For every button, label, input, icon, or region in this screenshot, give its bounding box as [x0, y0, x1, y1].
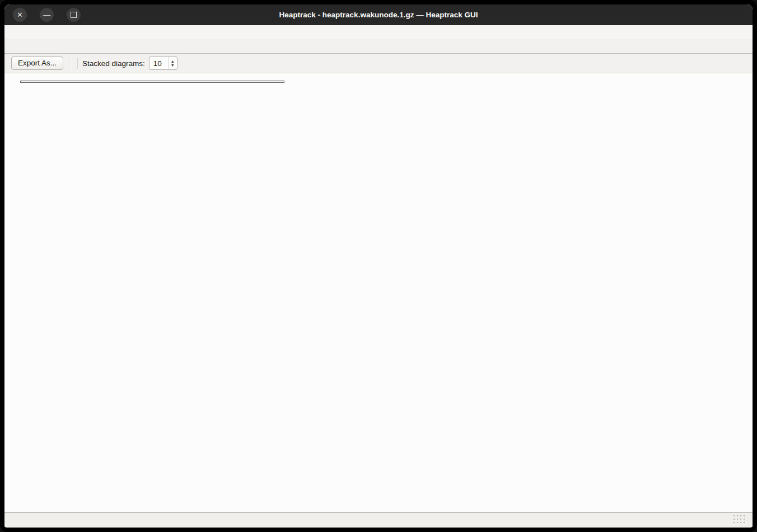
spinbox-value[interactable]: 10: [149, 57, 168, 69]
window-title: Heaptrack - heaptrack.wakunode.1.gz — He…: [4, 4, 753, 25]
title-bar: ✕ — Heaptrack - heaptrack.wakunode.1.gz …: [4, 4, 753, 25]
memory-consumption-chart[interactable]: [4, 73, 753, 514]
export-as-button[interactable]: Export As...: [11, 57, 63, 70]
spinbox-arrows[interactable]: ▲ ▼: [168, 57, 177, 69]
toolbar-separator: [77, 58, 78, 69]
toolbar: Export As... Stacked diagrams: 10 ▲ ▼: [4, 54, 753, 73]
spin-down-icon[interactable]: ▼: [171, 63, 175, 67]
spin-up-icon[interactable]: ▲: [171, 59, 175, 63]
stacked-diagrams-label: Stacked diagrams:: [82, 59, 145, 68]
chart-legend: [20, 81, 284, 83]
chart-panel: [4, 73, 753, 513]
tab-bar: [4, 39, 753, 54]
application-window: ✕ — Heaptrack - heaptrack.wakunode.1.gz …: [0, 0, 757, 532]
stacked-diagrams-spinbox[interactable]: 10 ▲ ▼: [149, 57, 177, 70]
menu-bar: [4, 25, 753, 39]
resize-grip-icon[interactable]: [733, 515, 746, 524]
toolbar-separator: [68, 58, 68, 69]
window-bottom-strip: [4, 513, 753, 527]
